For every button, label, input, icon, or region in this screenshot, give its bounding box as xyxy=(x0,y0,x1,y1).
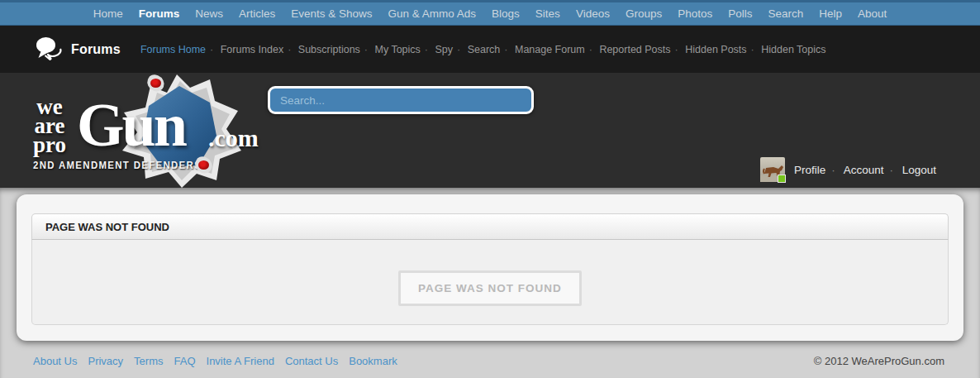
avatar[interactable] xyxy=(760,157,785,182)
logo-tagline: 2ND AMENDMENT DEFENDERS xyxy=(33,159,202,171)
nav-item-groups[interactable]: Groups xyxy=(626,7,662,20)
nav-item-videos[interactable]: Videos xyxy=(576,7,610,20)
nav-item-photos[interactable]: Photos xyxy=(678,7,712,20)
nav-item-blogs[interactable]: Blogs xyxy=(492,7,520,20)
speech-bubbles-icon xyxy=(33,36,63,64)
forums-links: Forums Home Forums Index Subscriptions M… xyxy=(140,44,826,55)
footer-link-invite-a-friend[interactable]: Invite A Friend xyxy=(207,355,274,367)
site-header: we are pro Gun .com 2ND AMENDMENT DEFEND… xyxy=(0,73,980,188)
footer-links: About Us Privacy Terms FAQ Invite A Frie… xyxy=(33,355,397,367)
forums-link-index[interactable]: Forums Index xyxy=(221,44,296,55)
page-content: PAGE WAS NOT FOUND PAGE WAS NOT FOUND Ab… xyxy=(0,188,980,378)
nav-item-events-shows[interactable]: Events & Shows xyxy=(291,7,372,20)
footer-link-about-us[interactable]: About Us xyxy=(33,355,77,367)
nav-item-gun-ammo-ads[interactable]: Gun & Ammo Ads xyxy=(388,7,477,20)
nav-item-sites[interactable]: Sites xyxy=(535,7,560,20)
logout-link[interactable]: Logout xyxy=(902,164,936,176)
forums-link-search[interactable]: Search xyxy=(468,44,512,55)
panel-title: PAGE WAS NOT FOUND xyxy=(31,213,949,240)
user-box: Profile Account Logout xyxy=(760,157,936,182)
forums-bar: Forums Forums Home Forums Index Subscrip… xyxy=(0,26,980,73)
footer-link-terms[interactable]: Terms xyxy=(134,355,163,367)
search-input[interactable] xyxy=(268,86,534,114)
notfound-panel: PAGE WAS NOT FOUND PAGE WAS NOT FOUND xyxy=(31,213,949,325)
forums-link-reported-posts[interactable]: Reported Posts xyxy=(599,44,682,55)
nav-item-polls[interactable]: Polls xyxy=(728,7,752,20)
forums-link-hidden-posts[interactable]: Hidden Posts xyxy=(685,44,759,55)
footer-link-faq[interactable]: FAQ xyxy=(174,355,196,367)
logo-word-gun: Gun xyxy=(77,94,185,156)
logo-dot-com: .com xyxy=(208,124,259,152)
footer-link-bookmark[interactable]: Bookmark xyxy=(349,355,397,367)
copyright-text: © 2012 WeAreProGun.com xyxy=(814,355,944,367)
forums-bar-title: Forums xyxy=(71,42,121,57)
online-status-badge xyxy=(778,175,786,183)
nav-item-help[interactable]: Help xyxy=(819,7,842,20)
forums-link-manage-forum[interactable]: Manage Forum xyxy=(515,44,597,55)
nav-item-search[interactable]: Search xyxy=(768,7,804,20)
nav-item-news[interactable]: News xyxy=(195,7,223,20)
forums-link-my-topics[interactable]: My Topics xyxy=(375,44,433,55)
footer-link-privacy[interactable]: Privacy xyxy=(88,355,123,367)
profile-link[interactable]: Profile xyxy=(794,164,841,176)
forums-link-hidden-topics[interactable]: Hidden Topics xyxy=(761,44,825,55)
content-container: PAGE WAS NOT FOUND PAGE WAS NOT FOUND xyxy=(17,194,963,341)
logo-word-pro: pro xyxy=(33,136,66,155)
nav-item-forums[interactable]: Forums xyxy=(139,7,180,20)
forums-link-subscriptions[interactable]: Subscriptions xyxy=(298,44,372,55)
account-link[interactable]: Account xyxy=(844,164,899,176)
forums-link-spy[interactable]: Spy xyxy=(435,44,465,55)
panel-body: PAGE WAS NOT FOUND xyxy=(31,240,949,325)
user-links: Profile Account Logout xyxy=(794,164,936,176)
bullet-hole-icon xyxy=(195,157,212,173)
nav-item-articles[interactable]: Articles xyxy=(239,7,275,20)
nav-item-about[interactable]: About xyxy=(858,7,887,20)
logo-we-are-pro: we are pro xyxy=(33,98,66,155)
main-nav: Home Forums News Articles Events & Shows… xyxy=(0,0,980,26)
bullet-hole-icon xyxy=(147,75,164,91)
footer-link-contact-us[interactable]: Contact Us xyxy=(285,355,338,367)
page-footer: About Us Privacy Terms FAQ Invite A Frie… xyxy=(33,355,944,367)
nav-item-home[interactable]: Home xyxy=(93,7,123,20)
forums-link-home[interactable]: Forums Home xyxy=(140,44,217,55)
notfound-message-box: PAGE WAS NOT FOUND xyxy=(398,270,582,306)
site-logo[interactable]: we are pro Gun .com 2ND AMENDMENT DEFEND… xyxy=(26,73,274,188)
